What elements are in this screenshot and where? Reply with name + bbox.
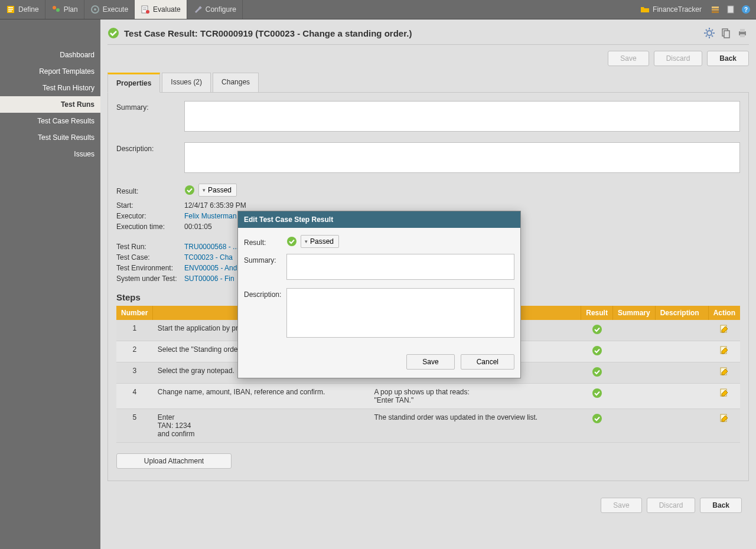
settings-button[interactable]	[703, 27, 716, 40]
edit-step-button[interactable]	[719, 413, 729, 424]
chevron-down-icon: ▾	[203, 187, 206, 193]
copy-button[interactable]	[719, 27, 732, 40]
edit-step-button[interactable]	[719, 324, 729, 335]
exectime-label: Execution time:	[116, 223, 184, 231]
tab-issues[interactable]: Issues (2)	[162, 73, 211, 93]
action-bar-bottom: Save Discard Back	[107, 489, 749, 521]
modal-cancel-button[interactable]: Cancel	[461, 354, 514, 370]
step-desc-col	[655, 409, 708, 443]
toolbar-btn-1[interactable]	[709, 3, 722, 16]
svg-point-20	[707, 31, 712, 35]
testrun-link[interactable]: TRU0000568 - ...	[184, 243, 239, 251]
step-number: 2	[116, 341, 153, 362]
step-desc-col	[655, 384, 708, 409]
sidebar-item-issues[interactable]: Issues	[0, 146, 100, 162]
col-number: Number	[116, 306, 153, 320]
plan-icon	[51, 5, 61, 14]
modal-result-value: Passed	[310, 237, 334, 246]
tab-changes[interactable]: Changes	[213, 73, 259, 93]
svg-text:?: ?	[744, 6, 748, 13]
step-result	[581, 384, 613, 409]
toolbar-btn-help[interactable]: ?	[739, 3, 752, 16]
topbar-item-execute[interactable]: Execute	[84, 0, 135, 19]
result-dropdown[interactable]: ▾ Passed	[198, 184, 237, 197]
edit-step-button[interactable]	[719, 345, 729, 357]
modal-summary-input[interactable]	[286, 254, 514, 280]
chevron-down-icon: ▾	[305, 238, 308, 244]
svg-line-27	[706, 35, 707, 37]
save-button-bottom[interactable]: Save	[601, 498, 641, 513]
svg-line-26	[712, 35, 713, 37]
sidebar-item-test-suite-results[interactable]: Test Suite Results	[0, 129, 100, 146]
topbar-item-configure[interactable]: Configure	[187, 0, 243, 19]
topbar-item-define[interactable]: Define	[0, 0, 45, 19]
svg-rect-32	[740, 29, 745, 32]
result-status-icon	[184, 185, 195, 195]
summary-input[interactable]	[184, 101, 740, 132]
step-summary	[612, 362, 655, 384]
topbar-label-evaluate: Evaluate	[153, 5, 181, 14]
step-result	[581, 362, 613, 384]
configure-icon	[193, 5, 203, 14]
upload-attachment-button[interactable]: Upload Attachment	[116, 453, 232, 469]
step-summary	[612, 341, 655, 362]
back-button-bottom[interactable]: Back	[700, 498, 742, 513]
testenv-link[interactable]: ENV00005 - And	[184, 264, 237, 272]
sidebar-item-dashboard[interactable]: Dashboard	[0, 47, 100, 63]
edit-step-button[interactable]	[719, 367, 729, 378]
topbar-label-define: Define	[18, 5, 39, 14]
save-button-top[interactable]: Save	[608, 51, 649, 66]
sut-link[interactable]: SUT00006 - Fin	[184, 274, 234, 283]
topbar-item-evaluate[interactable]: Evaluate	[135, 0, 187, 19]
project-selector[interactable]: FinanceTracker	[636, 5, 706, 14]
svg-point-41	[592, 388, 602, 398]
step-expected: A pop up shows up that reads: "Enter TAN…	[369, 384, 581, 409]
edit-step-modal: Edit Test Case Step Result Result: ▾ Pas…	[237, 211, 521, 378]
step-summary	[612, 409, 655, 443]
folder-icon	[640, 5, 650, 14]
step-number: 4	[116, 384, 153, 409]
step-description: Enter TAN: 1234 and confirm	[153, 409, 370, 443]
step-description: Change name, amount, IBAN, reference and…	[153, 384, 370, 409]
topbar: Define Plan Execute Evaluate Configure F…	[0, 0, 756, 19]
print-button[interactable]	[736, 27, 749, 40]
page-title: Test Case Result: TCR0000919 (TC00023 - …	[124, 28, 412, 38]
tab-properties[interactable]: Properties	[107, 73, 160, 93]
sidebar-item-test-case-results[interactable]: Test Case Results	[0, 113, 100, 129]
doc-icon	[726, 5, 735, 14]
topbar-label-configure: Configure	[206, 5, 236, 14]
topbar-item-plan[interactable]: Plan	[45, 0, 84, 19]
svg-point-7	[94, 8, 96, 11]
modal-save-button[interactable]: Save	[406, 354, 454, 370]
executor-link[interactable]: Felix Musterman	[184, 212, 237, 220]
svg-rect-13	[712, 6, 719, 8]
back-button-top[interactable]: Back	[707, 51, 749, 66]
action-bar-top: Save Discard Back	[107, 45, 749, 72]
sidebar-item-test-run-history[interactable]: Test Run History	[0, 80, 100, 96]
start-value: 12/4/17 6:35:39 PM	[184, 201, 246, 210]
svg-point-11	[146, 10, 149, 14]
svg-rect-1	[8, 7, 13, 8]
step-summary	[612, 384, 655, 409]
edit-step-button[interactable]	[719, 388, 729, 399]
sidebar-item-report-templates[interactable]: Report Templates	[0, 63, 100, 80]
sut-label: System under Test:	[116, 274, 184, 283]
svg-rect-30	[724, 31, 729, 38]
toolbar-btn-2[interactable]	[724, 3, 737, 16]
modal-description-label: Description:	[244, 288, 286, 299]
modal-description-input[interactable]	[286, 288, 514, 338]
discard-button-bottom[interactable]: Discard	[647, 498, 696, 513]
testcase-link[interactable]: TC00023 - Cha	[184, 253, 233, 262]
sidebar-item-test-runs[interactable]: Test Runs	[0, 96, 100, 113]
modal-result-dropdown[interactable]: ▾ Passed	[301, 235, 339, 248]
discard-button-top[interactable]: Discard	[654, 51, 703, 66]
col-action: Action	[708, 306, 740, 320]
execute-icon	[90, 5, 100, 14]
svg-rect-33	[740, 34, 745, 37]
step-result	[581, 341, 613, 362]
description-label: Description:	[116, 142, 184, 153]
description-input[interactable]	[184, 142, 740, 173]
svg-point-37	[592, 346, 602, 355]
step-desc-col	[655, 362, 708, 384]
executor-label: Executor:	[116, 212, 184, 220]
